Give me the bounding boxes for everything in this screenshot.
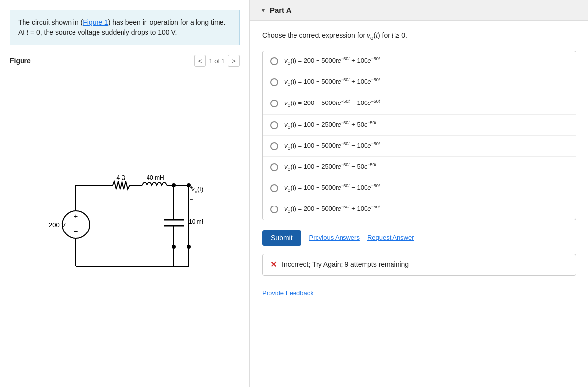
radio-1[interactable] [270, 57, 278, 65]
feedback-text: Incorrect; Try Again; 9 attempts remaini… [282, 260, 409, 268]
circuit-svg: + − 200 V 4 Ω 40 mH [47, 156, 203, 293]
part-header: ▼ Part A [250, 0, 588, 21]
part-arrow: ▼ [260, 7, 266, 14]
part-title: Part A [270, 6, 292, 14]
option-1-formula: vo(t) = 200 − 5000te−50t + 100e−50t [284, 56, 380, 67]
radio-8[interactable] [270, 206, 278, 213]
provide-feedback-section: Provide Feedback [262, 285, 576, 297]
right-content: Choose the correct expression for vo(t) … [250, 21, 588, 387]
option-4-formula: vo(t) = 100 + 2500te−50t + 50e−50t [284, 120, 376, 130]
radio-6[interactable] [270, 163, 278, 171]
option-7[interactable]: vo(t) = 100 + 5000te−50t − 100e−50t [263, 178, 576, 199]
option-8[interactable]: vo(t) = 200 + 5000te−50t + 100e−50t [263, 199, 576, 220]
left-panel: The circuit shown in (Figure 1) has been… [0, 0, 250, 387]
svg-text:40 mH: 40 mH [147, 174, 164, 181]
svg-point-31 [172, 245, 176, 249]
radio-4[interactable] [270, 121, 278, 129]
svg-text:4 Ω: 4 Ω [116, 174, 125, 181]
figure-section: Figure < 1 of 1 > + − 200 V [10, 55, 240, 377]
figure-prev-button[interactable]: < [194, 55, 206, 67]
request-answer-button[interactable]: Request Answer [368, 234, 414, 241]
svg-text:10 mF: 10 mF [189, 218, 203, 225]
provide-feedback-button[interactable]: Provide Feedback [262, 289, 314, 297]
figure-header: Figure < 1 of 1 > [10, 55, 240, 67]
circuit-diagram: + − 200 V 4 Ω 40 mH [10, 72, 240, 377]
option-2[interactable]: vo(t) = 100 + 5000te−50t + 100e−50t [263, 72, 576, 93]
option-6-formula: vo(t) = 100 − 2500te−50t − 50e−50t [284, 162, 376, 173]
action-row: Submit Previous Answers Request Answer [262, 230, 576, 246]
figure-counter: 1 of 1 [209, 57, 225, 65]
radio-7[interactable] [270, 184, 278, 192]
option-4[interactable]: vo(t) = 100 + 2500te−50t + 50e−50t [263, 115, 576, 136]
svg-text:+: + [74, 212, 77, 220]
option-5-formula: vo(t) = 100 − 5000te−50t − 100e−50t [284, 141, 380, 152]
question-text: Choose the correct expression for vo(t) … [262, 30, 576, 42]
figure-label: Figure [10, 57, 189, 65]
figure-link[interactable]: Figure 1 [83, 18, 108, 26]
option-3[interactable]: vo(t) = 200 − 5000te−50t − 100e−50t [263, 93, 576, 114]
radio-2[interactable] [270, 78, 278, 86]
svg-point-32 [187, 245, 191, 249]
problem-description: The circuit shown in (Figure 1) has been… [10, 10, 240, 45]
feedback-box: ✕ Incorrect; Try Again; 9 attempts remai… [262, 254, 576, 276]
option-6[interactable]: vo(t) = 100 − 2500te−50t − 50e−50t [263, 157, 576, 178]
option-7-formula: vo(t) = 100 + 5000te−50t − 100e−50t [284, 183, 380, 194]
option-3-formula: vo(t) = 200 − 5000te−50t − 100e−50t [284, 98, 380, 109]
svg-text:(t): (t) [197, 185, 203, 193]
figure-next-button[interactable]: > [228, 55, 240, 67]
options-list: vo(t) = 200 − 5000te−50t + 100e−50t vo(t… [262, 51, 576, 220]
submit-button[interactable]: Submit [262, 230, 301, 246]
radio-3[interactable] [270, 100, 278, 107]
option-2-formula: vo(t) = 100 + 5000te−50t + 100e−50t [284, 77, 380, 88]
previous-answers-button[interactable]: Previous Answers [309, 234, 360, 241]
svg-text:−: − [190, 196, 193, 202]
svg-text:200 V: 200 V [49, 221, 66, 229]
incorrect-icon: ✕ [270, 260, 277, 269]
radio-5[interactable] [270, 142, 278, 150]
option-1[interactable]: vo(t) = 200 − 5000te−50t + 100e−50t [263, 51, 576, 72]
option-5[interactable]: vo(t) = 100 − 5000te−50t − 100e−50t [263, 136, 576, 157]
svg-text:−: − [74, 227, 77, 235]
right-panel: ▼ Part A Choose the correct expression f… [250, 0, 588, 387]
figure-nav: < 1 of 1 > [194, 55, 240, 67]
option-8-formula: vo(t) = 200 + 5000te−50t + 100e−50t [284, 204, 380, 215]
